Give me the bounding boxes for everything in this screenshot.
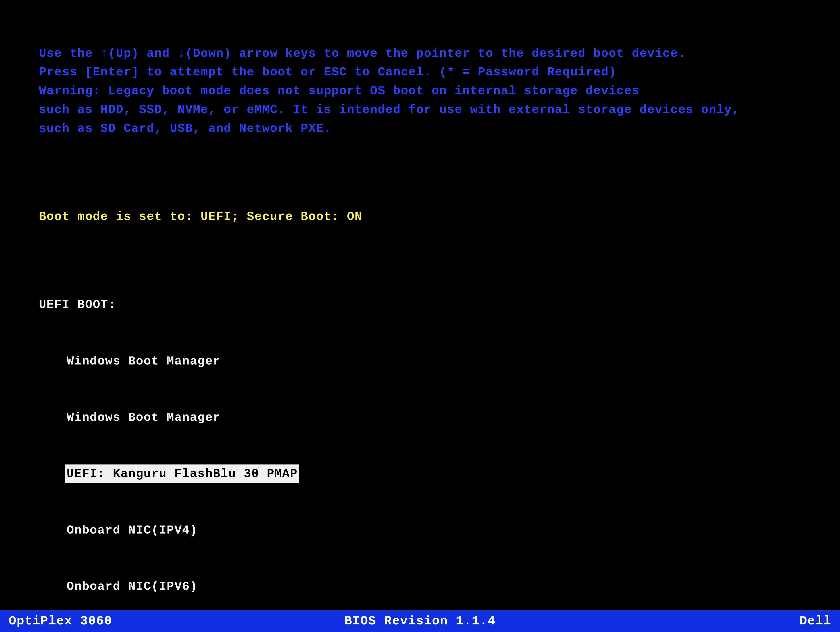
uefi-boot-heading: UEFI BOOT: bbox=[39, 295, 827, 314]
boot-mode-status: Boot mode is set to: UEFI; Secure Boot: … bbox=[39, 207, 827, 226]
boot-device-item[interactable]: Onboard NIC(IPV4) bbox=[65, 521, 199, 540]
warning-text: Warning: Legacy boot mode does not suppo… bbox=[39, 84, 639, 98]
up-arrow-icon: ↑ bbox=[101, 46, 108, 60]
footer-bios: BIOS Revision 1.1.4 bbox=[344, 610, 496, 632]
boot-device-item[interactable]: Onboard NIC(IPV6) bbox=[65, 577, 199, 596]
instruction-text: (Up) and bbox=[108, 46, 177, 60]
warning-text: such as HDD, SSD, NVMe, or eMMC. It is i… bbox=[39, 103, 740, 117]
boot-device-item-selected[interactable]: UEFI: Kanguru FlashBlu 30 PMAP bbox=[65, 464, 299, 483]
instruction-text: (Down) arrow keys to move the pointer to… bbox=[185, 46, 686, 60]
instructions-block: Use the ↑(Up) and ↓(Down) arrow keys to … bbox=[39, 44, 827, 138]
boot-device-item[interactable]: Windows Boot Manager bbox=[65, 408, 222, 427]
footer-bar: OptiPlex 3060 BIOS Revision 1.1.4 Dell bbox=[0, 610, 840, 632]
warning-text: such as SD Card, USB, and Network PXE. bbox=[39, 122, 332, 136]
boot-menu-screen: Use the ↑(Up) and ↓(Down) arrow keys to … bbox=[39, 6, 827, 632]
footer-vendor: Dell bbox=[800, 610, 831, 632]
down-arrow-icon: ↓ bbox=[178, 46, 185, 60]
instruction-text: Use the bbox=[39, 46, 101, 60]
boot-device-item[interactable]: Windows Boot Manager bbox=[65, 352, 222, 371]
instruction-text: Press [Enter] to attempt the boot or ESC… bbox=[39, 65, 616, 79]
footer-model: OptiPlex 3060 bbox=[9, 610, 112, 632]
